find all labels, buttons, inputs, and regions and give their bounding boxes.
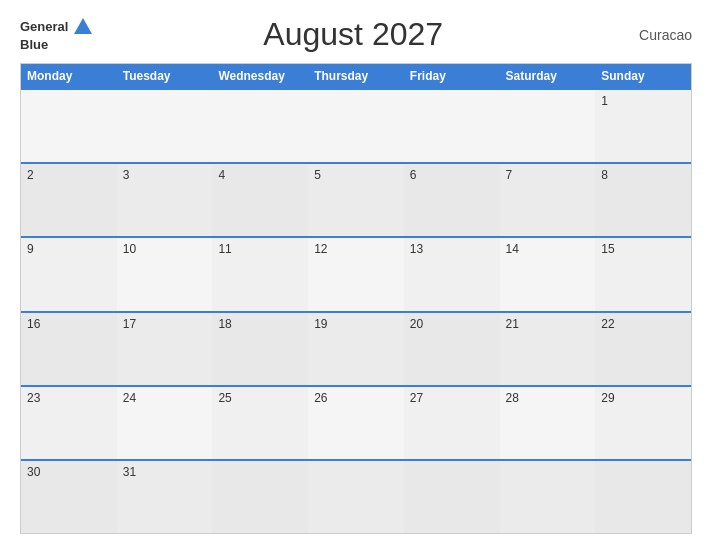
region-label: Curacao (612, 27, 692, 43)
calendar-day-6-2: 31 (117, 461, 213, 533)
calendar-day-5-4: 26 (308, 387, 404, 459)
calendar-day-3-7: 15 (595, 238, 691, 310)
calendar-day-3-4: 12 (308, 238, 404, 310)
header-monday: Monday (21, 64, 117, 88)
calendar-day-3-1: 9 (21, 238, 117, 310)
calendar-day-3-5: 13 (404, 238, 500, 310)
calendar-day-2-5: 6 (404, 164, 500, 236)
header-sunday: Sunday (595, 64, 691, 88)
calendar-day-5-1: 23 (21, 387, 117, 459)
calendar-day-4-5: 20 (404, 313, 500, 385)
calendar-week-1: 1 (21, 88, 691, 162)
logo-lue: lue (29, 38, 48, 52)
calendar-day-6-6 (500, 461, 596, 533)
calendar-day-4-6: 21 (500, 313, 596, 385)
calendar-day-6-7 (595, 461, 691, 533)
calendar: Monday Tuesday Wednesday Thursday Friday… (20, 63, 692, 534)
logo-icon (72, 16, 94, 38)
calendar-week-6: 3031 (21, 459, 691, 533)
calendar-day-6-3 (212, 461, 308, 533)
logo: General B lue (20, 16, 94, 52)
calendar-body: 1234567891011121314151617181920212223242… (21, 88, 691, 533)
header-tuesday: Tuesday (117, 64, 213, 88)
month-title: August 2027 (94, 16, 612, 53)
calendar-day-3-6: 14 (500, 238, 596, 310)
calendar-day-2-3: 4 (212, 164, 308, 236)
calendar-day-4-3: 18 (212, 313, 308, 385)
calendar-day-3-3: 11 (212, 238, 308, 310)
calendar-week-5: 23242526272829 (21, 385, 691, 459)
calendar-day-4-7: 22 (595, 313, 691, 385)
calendar-week-4: 16171819202122 (21, 311, 691, 385)
calendar-day-5-5: 27 (404, 387, 500, 459)
calendar-week-3: 9101112131415 (21, 236, 691, 310)
svg-marker-0 (74, 18, 92, 34)
logo-general: General (20, 20, 68, 34)
header-wednesday: Wednesday (212, 64, 308, 88)
calendar-day-2-2: 3 (117, 164, 213, 236)
logo-b: B (20, 38, 29, 52)
calendar-week-2: 2345678 (21, 162, 691, 236)
calendar-day-1-4 (308, 90, 404, 162)
calendar-day-1-6 (500, 90, 596, 162)
calendar-day-2-6: 7 (500, 164, 596, 236)
calendar-day-4-4: 19 (308, 313, 404, 385)
calendar-day-1-3 (212, 90, 308, 162)
calendar-day-2-7: 8 (595, 164, 691, 236)
calendar-day-2-4: 5 (308, 164, 404, 236)
calendar-day-5-7: 29 (595, 387, 691, 459)
calendar-days-header: Monday Tuesday Wednesday Thursday Friday… (21, 64, 691, 88)
header-friday: Friday (404, 64, 500, 88)
calendar-day-5-2: 24 (117, 387, 213, 459)
calendar-day-6-4 (308, 461, 404, 533)
calendar-day-6-1: 30 (21, 461, 117, 533)
calendar-day-5-3: 25 (212, 387, 308, 459)
calendar-header: General B lue August 2027 Curacao (20, 16, 692, 53)
calendar-day-4-2: 17 (117, 313, 213, 385)
calendar-day-1-1 (21, 90, 117, 162)
header-thursday: Thursday (308, 64, 404, 88)
calendar-day-1-5 (404, 90, 500, 162)
calendar-day-2-1: 2 (21, 164, 117, 236)
calendar-day-1-7: 1 (595, 90, 691, 162)
calendar-day-1-2 (117, 90, 213, 162)
header-saturday: Saturday (500, 64, 596, 88)
calendar-day-3-2: 10 (117, 238, 213, 310)
calendar-day-5-6: 28 (500, 387, 596, 459)
calendar-day-4-1: 16 (21, 313, 117, 385)
calendar-day-6-5 (404, 461, 500, 533)
